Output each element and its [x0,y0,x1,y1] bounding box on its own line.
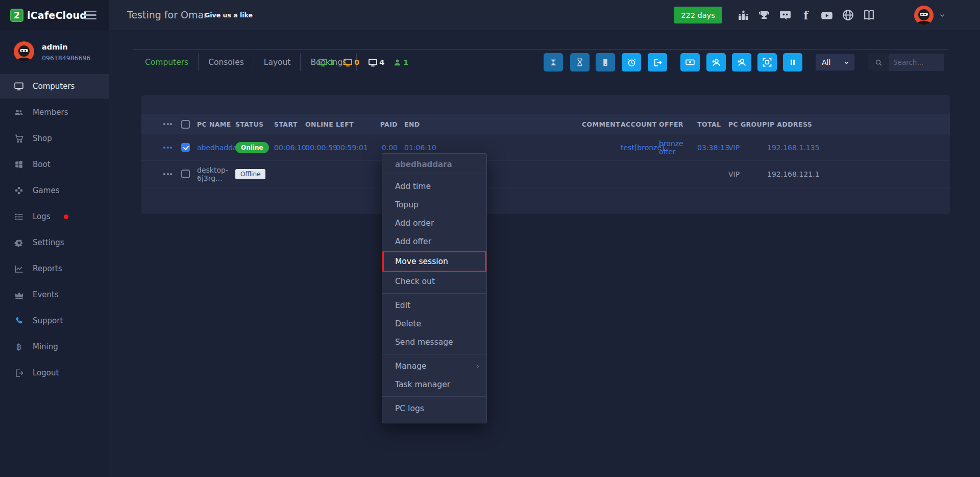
menu-item-check-out[interactable]: Check out [382,272,486,291]
sidebar-item-events[interactable]: Events [0,282,109,307]
sidebar-item-games[interactable]: Games [0,178,109,203]
globe-icon[interactable] [841,9,854,22]
sidebar-item-label: Events [33,290,59,299]
sidebar-item-mining[interactable]: ฿ Mining [0,335,109,359]
tab-computers[interactable]: Computers [145,58,198,67]
col-end: END [404,121,582,128]
monitor-total-icon [368,58,378,67]
end-session-button[interactable] [648,53,667,71]
row-actions-icon[interactable] [163,173,181,175]
pc-name-link[interactable]: abedhaddara [197,144,235,152]
tab-layout[interactable]: Layout [254,58,301,67]
row-actions-header-icon [163,123,181,125]
hourglass-outline-button[interactable] [570,53,590,71]
col-status: STATUS [235,121,274,128]
tab-consoles[interactable]: Consoles [199,58,254,67]
gamepad-icon [14,185,24,196]
select-chevron-down-icon [844,60,849,65]
account-link[interactable]: test[bronze] [621,144,659,152]
alarm-button[interactable] [622,53,641,71]
cash-button[interactable] [680,53,700,71]
warning-pc-counter: 0 [343,58,359,67]
menu-item-delete[interactable]: Delete [382,315,486,333]
menu-item-task-manager[interactable]: Task manager [382,375,486,394]
hourglass-icon [549,58,558,67]
mobile-icon [601,58,610,67]
give-us-a-like-link[interactable]: Give us a like [205,0,253,30]
sidebar-item-label: Logs [33,212,51,221]
alarm-icon [627,58,636,67]
logs-notification-dot [64,214,68,219]
sidebar-item-logs[interactable]: Logs [0,204,109,229]
menu-item-move-session[interactable]: Move session [382,251,486,272]
sidebar-item-support[interactable]: Support [0,308,109,333]
pc-context-menu: abedhaddara Add time Topup Add order Add… [382,153,487,423]
menu-item-add-order[interactable]: Add order [382,214,486,232]
col-account: ACCOUNT [621,121,659,128]
sidebar-item-reports[interactable]: Reports [0,256,109,281]
menu-item-add-offer[interactable]: Add offer [382,232,486,251]
header-divider [133,49,948,50]
row-actions-icon[interactable] [163,147,181,149]
trophy-icon[interactable] [757,9,771,22]
screen-capture-button[interactable] [757,53,777,71]
add-guest-button[interactable] [732,53,751,71]
row-checkbox[interactable] [181,143,190,152]
computers-table-card: PC NAME STATUS START ONLINE LEFT PAID EN… [141,95,950,214]
list-icon [14,211,24,222]
search-input[interactable] [889,58,944,66]
sidebar-item-shop[interactable]: Shop [0,126,109,151]
paid-amount: 0.00 [378,144,404,152]
facebook-icon[interactable]: f [799,9,813,22]
hourglass-button[interactable] [544,53,563,71]
license-days-button[interactable]: 222 days [674,7,722,23]
discord-icon[interactable] [778,9,792,22]
pc-name-link[interactable]: desktop-6j3rg... [197,166,235,182]
screen-frame-icon [762,57,772,67]
youtube-icon[interactable] [820,9,834,22]
sidebar-item-label: Computers [33,82,75,91]
status-badge: Offline [235,169,265,179]
table-row: desktop-6j3rg... Offline VIP 192.168.121… [141,161,950,187]
sidebar-item-label: Settings [33,238,64,247]
row-checkbox[interactable] [181,170,190,178]
menu-item-topup[interactable]: Topup [382,196,486,214]
hamburger-menu-icon[interactable] [84,11,96,21]
menu-item-add-time[interactable]: Add time [382,177,486,196]
sidebar-item-logout[interactable]: Logout [0,361,109,385]
pause-button[interactable] [783,53,802,71]
menu-item-pc-logs[interactable]: PC logs [382,399,486,418]
total-pc-counter: 4 [368,58,384,67]
ip-address-cell: 192.168.121.1 [767,170,950,178]
online-time: 00:00:59 [305,144,336,152]
filter-select[interactable]: All [816,54,854,70]
col-start: START [274,121,305,128]
topbar: 2 iCafeCloud Testing for Omar Give us a … [0,0,980,30]
sidebar-profile[interactable]: admin 096184986696 [14,41,90,62]
menu-item-edit[interactable]: Edit [382,296,486,315]
sidebar-item-computers[interactable]: Computers [0,74,109,99]
search-box [868,54,944,71]
sidebar-item-members[interactable]: Members [0,100,109,125]
gear-icon [14,237,24,248]
add-member-button[interactable] [706,53,726,71]
sidebar-item-boot[interactable]: Boot [0,152,109,177]
monitor-warning-icon [343,58,353,67]
menu-item-manage[interactable]: Manage › [382,357,486,375]
sidebar-item-settings[interactable]: Settings [0,230,109,255]
admin-name: admin [42,41,90,51]
mobile-button[interactable] [596,53,615,71]
table-row: abedhaddara Online 00:06:10 00:00:59 00:… [141,134,950,161]
manual-book-icon[interactable] [862,9,875,22]
user-avatar[interactable] [914,6,934,25]
sidebar-item-label: Reports [33,264,62,273]
sidebar-item-label: Shop [33,134,52,143]
select-all-checkbox[interactable] [181,120,190,129]
menu-item-send-message[interactable]: Send message [382,333,486,351]
filter-selected-value: All [822,58,830,66]
member-online-icon [393,58,402,67]
col-comment: COMMENT [582,121,621,128]
pause-icon [789,58,797,66]
avatar-chevron-down-icon[interactable] [939,12,945,18]
ranking-icon[interactable] [737,9,750,22]
